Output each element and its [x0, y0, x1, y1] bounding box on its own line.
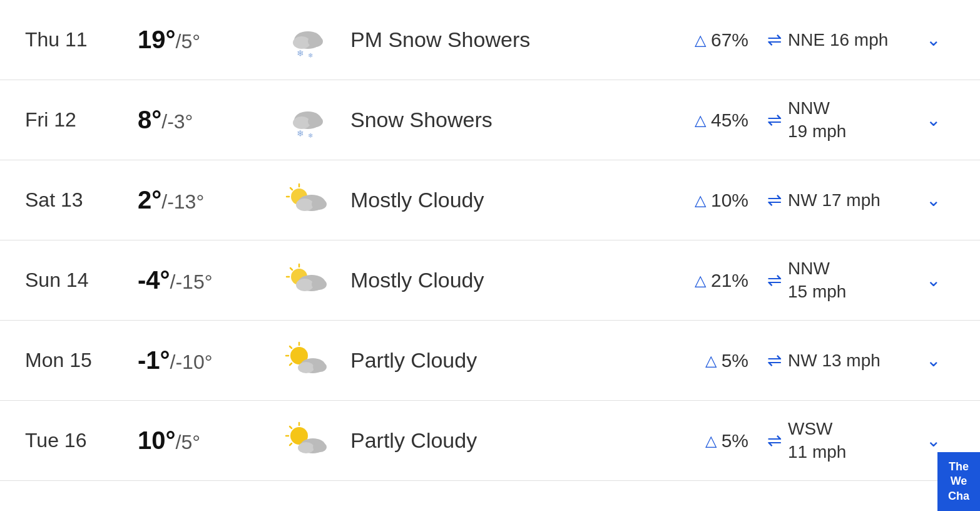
precip-display: △ 45% [648, 110, 748, 131]
svg-line-19 [290, 268, 292, 270]
temp-high: 2° [138, 186, 161, 214]
svg-point-6 [293, 116, 310, 129]
weather-row[interactable]: Thu 11 19° /5° ❄ ❄ PM Snow Showers △ 67%… [0, 0, 980, 80]
svg-text:❄: ❄ [297, 48, 304, 58]
precip-icon: △ [695, 31, 706, 49]
condition-label: Partly Cloudy [338, 428, 648, 453]
wind-text: NNW15 mph [788, 257, 846, 303]
precip-display: △ 5% [648, 350, 748, 371]
weather-row[interactable]: Sat 13 2° /-13° Mostly Cloudy △ 10% ⇌ NW… [0, 160, 980, 240]
chevron-icon[interactable]: ⌄ [926, 430, 941, 451]
temp-high: 8° [138, 106, 161, 134]
chevron-icon[interactable]: ⌄ [926, 29, 941, 50]
temp-display: -1° /-10° [138, 346, 275, 374]
expand-button[interactable]: ⌄ [911, 350, 955, 371]
svg-line-28 [290, 363, 292, 365]
svg-point-7 [308, 116, 323, 127]
temp-display: 10° /5° [138, 426, 275, 455]
temp-high: -1° [138, 346, 170, 374]
chevron-icon[interactable]: ⌄ [926, 190, 941, 210]
temp-display: -4° /-15° [138, 266, 275, 294]
expand-button[interactable]: ⌄ [911, 29, 955, 50]
day-label: Fri 12 [25, 108, 138, 132]
day-label: Mon 15 [25, 349, 138, 372]
precip-icon: △ [705, 352, 717, 369]
temp-display: 2° /-13° [138, 186, 275, 214]
chevron-icon[interactable]: ⌄ [926, 350, 941, 371]
badge-line1: The [949, 460, 969, 473]
precip-display: △ 67% [648, 29, 748, 51]
wind-text: NNW19 mph [788, 97, 846, 143]
expand-button[interactable]: ⌄ [911, 110, 955, 130]
condition-label: Mostly Cloudy [338, 188, 648, 212]
chevron-icon[interactable]: ⌄ [926, 110, 941, 130]
weather-list: Thu 11 19° /5° ❄ ❄ PM Snow Showers △ 67%… [0, 0, 980, 481]
svg-point-39 [313, 442, 327, 452]
svg-line-12 [290, 188, 292, 190]
precip-value: 10% [711, 190, 748, 211]
weather-row[interactable]: Sun 14 -4° /-15° Mostly Cloudy △ 21% ⇌ N… [0, 240, 980, 321]
svg-text:❄: ❄ [308, 132, 313, 139]
day-label: Sun 14 [25, 269, 138, 292]
precip-icon: △ [695, 272, 706, 289]
wind-display: ⇌ NW 13 mph [748, 350, 911, 371]
temp-high: 19° [138, 26, 176, 54]
precip-value: 67% [711, 29, 748, 51]
precip-display: △ 10% [648, 190, 748, 211]
svg-point-16 [312, 199, 327, 210]
badge-line3: Cha [948, 490, 969, 502]
precip-icon: △ [705, 432, 717, 450]
wind-icon: ⇌ [767, 430, 782, 451]
svg-point-23 [312, 279, 327, 290]
svg-point-31 [313, 362, 327, 372]
expand-button[interactable]: ⌄ [911, 190, 955, 210]
weather-icon [275, 178, 338, 223]
weather-icon [275, 258, 338, 303]
chevron-icon[interactable]: ⌄ [926, 270, 941, 291]
weather-row[interactable]: Fri 12 8° /-3° ❄ ❄ Snow Showers △ 45% ⇌ … [0, 80, 980, 160]
svg-point-15 [296, 199, 314, 211]
precip-icon: △ [695, 111, 706, 129]
weather-icon: ❄ ❄ [275, 18, 338, 63]
condition-label: Partly Cloudy [338, 348, 648, 373]
expand-button[interactable]: ⌄ [911, 430, 955, 451]
wind-icon: ⇌ [767, 350, 782, 371]
precip-display: △ 5% [648, 430, 748, 452]
precip-value: 21% [711, 270, 748, 291]
svg-point-22 [296, 279, 314, 291]
svg-line-26 [290, 346, 292, 348]
day-label: Tue 16 [25, 429, 138, 452]
badge-line2: We [951, 475, 967, 487]
temp-high: -4° [138, 266, 170, 294]
wind-icon: ⇌ [767, 110, 782, 130]
svg-point-38 [298, 442, 314, 453]
svg-text:❄: ❄ [308, 52, 313, 59]
svg-point-1 [293, 36, 310, 49]
svg-text:❄: ❄ [297, 128, 304, 138]
temp-low: /5° [176, 30, 200, 53]
temp-low: /-13° [161, 190, 204, 214]
corner-badge[interactable]: The We Cha [937, 452, 980, 511]
wind-display: ⇌ NNW15 mph [748, 257, 911, 303]
precip-display: △ 21% [648, 270, 748, 291]
wind-display: ⇌ NW 17 mph [748, 190, 911, 210]
temp-display: 19° /5° [138, 26, 275, 54]
svg-line-36 [290, 443, 292, 445]
weather-icon: ❄ ❄ [275, 98, 338, 143]
weather-row[interactable]: Mon 15 -1° /-10° Partly Cloudy △ 5% ⇌ [0, 321, 980, 401]
precip-value: 5% [722, 430, 748, 452]
temp-low: /5° [176, 431, 200, 454]
wind-text: NNE 16 mph [788, 30, 888, 50]
condition-label: Snow Showers [338, 108, 648, 132]
wind-text: NW 13 mph [788, 351, 880, 371]
weather-row[interactable]: Tue 16 10° /5° Partly Cloudy △ 5% ⇌ [0, 401, 980, 481]
svg-line-34 [290, 426, 292, 428]
precip-value: 5% [722, 350, 748, 371]
svg-point-30 [298, 362, 314, 373]
precip-icon: △ [695, 192, 706, 209]
svg-point-2 [308, 36, 323, 47]
precip-value: 45% [711, 110, 748, 131]
temp-high: 10° [138, 426, 176, 455]
expand-button[interactable]: ⌄ [911, 270, 955, 291]
weather-icon [275, 338, 338, 383]
